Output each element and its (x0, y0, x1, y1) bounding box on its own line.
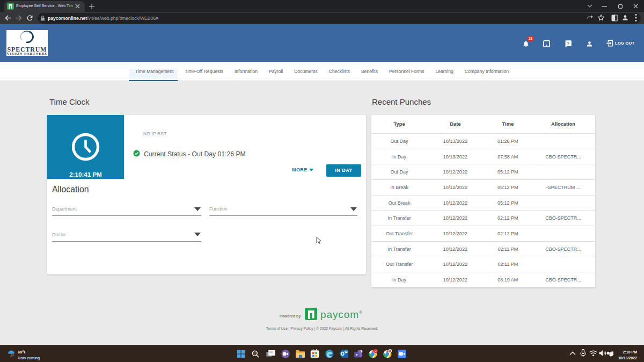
svg-text:?: ? (567, 41, 569, 46)
svg-text:T: T (356, 353, 358, 357)
